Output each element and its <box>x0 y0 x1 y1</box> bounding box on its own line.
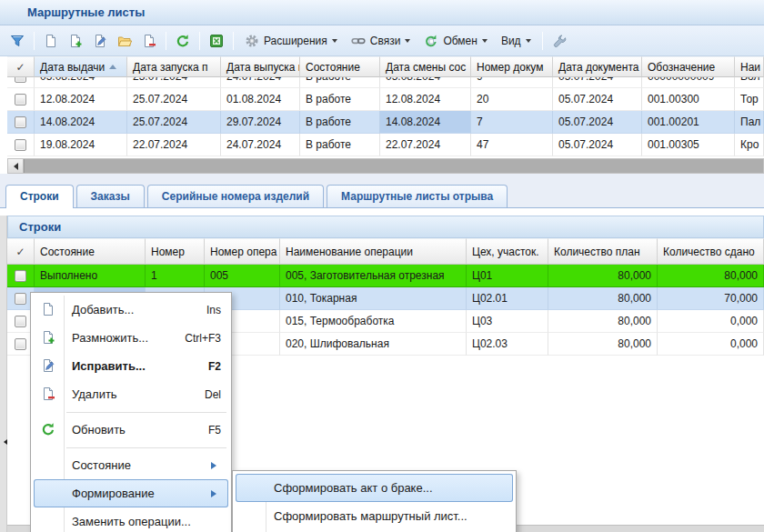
menu-item-edit[interactable]: Исправить...F2 <box>34 352 228 380</box>
menu-item-formation[interactable]: Формирование <box>34 479 228 507</box>
table-row[interactable]: 19.08.202422.07.202424.07.2024В работе22… <box>7 134 764 156</box>
menu-item-add[interactable]: Добавить...Ins <box>34 296 228 324</box>
top-grid-header: ✓Дата выдачиДата запуска пДата выпуска п… <box>7 56 764 77</box>
top-grid-column-header-6[interactable]: Номер докум <box>471 56 553 77</box>
top-grid-column-header-5[interactable]: Дата смены сос <box>380 56 471 77</box>
row-checkbox[interactable] <box>15 94 26 105</box>
tab-detachable-route-sheets[interactable]: Маршрутные листы отрыва <box>327 185 508 207</box>
menu-item-form-defect-act[interactable]: Сформировать акт о браке... <box>236 474 513 502</box>
table-cell: 0,000 <box>658 333 764 356</box>
top-grid-column-header-9[interactable]: Наи <box>735 56 764 77</box>
row-checkbox[interactable] <box>15 316 26 327</box>
table-cell: 80,000 <box>658 265 764 287</box>
bottom-grid-column-header-0[interactable]: ✓ <box>7 238 35 265</box>
tab-stroki[interactable]: Строки <box>5 185 74 208</box>
menu-item-replace-operations[interactable]: Заменить операции... <box>34 507 228 532</box>
refresh-button[interactable] <box>171 29 195 53</box>
table-cell: 25.07.2024 <box>127 111 221 134</box>
top-grid-column-header-3[interactable]: Дата выпуска п <box>221 56 300 77</box>
table-cell: 80,000 <box>548 265 658 287</box>
left-splitter[interactable] <box>0 216 7 532</box>
delete-button[interactable] <box>137 29 161 53</box>
top-grid-column-header-2[interactable]: Дата запуска п <box>127 56 221 77</box>
extensions-menu-button[interactable]: Расширения <box>238 29 344 53</box>
delete-doc-icon <box>41 386 55 401</box>
top-grid-column-header-4[interactable]: Состояние <box>300 56 380 77</box>
top-grid-column-label: Наи <box>740 61 760 74</box>
table-cell: 001.00300 <box>642 88 735 111</box>
exchange-icon <box>424 34 438 48</box>
bottom-grid-column-header-2[interactable]: Номер <box>146 238 205 265</box>
table-row[interactable]: 12.08.202425.07.202401.08.2024В работе12… <box>7 88 764 111</box>
main-toolbar: Расширения Связи Обмен Вид <box>0 25 764 56</box>
table-cell: 015, Термообработка <box>280 310 467 333</box>
row-checkbox[interactable] <box>15 139 26 151</box>
edit-button[interactable] <box>88 29 112 53</box>
table-cell: Ц03 <box>467 310 548 333</box>
table-cell: 05.07.2024 <box>553 134 642 156</box>
add-button[interactable] <box>39 29 63 53</box>
row-select-cell <box>7 111 35 134</box>
gear-icon <box>245 34 259 48</box>
bottom-grid-column-header-7[interactable]: Количество сдано <box>658 238 764 265</box>
row-checkbox[interactable] <box>15 116 26 128</box>
row-checkbox[interactable] <box>15 338 26 350</box>
top-grid-hscrollbar[interactable] <box>7 158 764 174</box>
top-grid-column-header-0[interactable]: ✓ <box>7 56 35 77</box>
section-header: Строки <box>7 216 764 238</box>
filter-button[interactable] <box>5 29 29 53</box>
row-checkbox[interactable] <box>15 270 26 282</box>
excel-export-button[interactable] <box>205 29 228 53</box>
duplicate-button[interactable] <box>64 29 87 53</box>
table-cell: 23.07.2024 <box>127 77 221 88</box>
links-menu-button[interactable]: Связи <box>345 29 417 53</box>
tab-serial-numbers[interactable]: Серийные номера изделий <box>147 185 324 207</box>
bottom-grid-column-header-4[interactable]: Наименование операции <box>280 238 467 265</box>
filter-icon <box>10 34 25 48</box>
edit-doc-icon <box>41 358 55 373</box>
row-checkbox[interactable] <box>15 293 26 305</box>
top-grid-column-header-7[interactable]: Дата документа <box>553 56 642 77</box>
bottom-grid-column-label: Количество сдано <box>663 246 755 258</box>
table-cell: 25.07.2024 <box>127 88 221 111</box>
table-cell: Вол <box>735 77 764 88</box>
menu-item-duplicate[interactable]: Размножить...Ctrl+F3 <box>34 324 228 352</box>
table-cell: 7 <box>471 111 553 134</box>
menu-item-delete[interactable]: УдалитьDel <box>34 380 228 408</box>
table-cell: 001.00201 <box>642 111 735 134</box>
menu-item-form-route-sheet[interactable]: Сформировать маршрутный лист... <box>236 502 513 530</box>
bottom-grid-column-header-5[interactable]: Цех, участок. <box>467 238 548 265</box>
top-grid-column-header-1[interactable]: Дата выдачи <box>35 56 127 77</box>
bottom-grid-header: ✓СостояниеНомерНомер операНаименование о… <box>7 238 764 265</box>
row-checkbox[interactable] <box>15 77 26 83</box>
table-row[interactable]: Выполнено1005005, Заготовительная отрезн… <box>7 265 764 287</box>
view-menu-button[interactable]: Вид <box>495 29 538 53</box>
bottom-grid-column-label: Номер <box>151 246 185 258</box>
toolbar-separator <box>542 32 543 50</box>
bottom-grid-column-label: Цех, участок. <box>472 246 539 258</box>
exchange-menu-button[interactable]: Обмен <box>417 29 494 53</box>
scrollbar-thumb[interactable] <box>24 159 763 173</box>
tab-zakazy[interactable]: Заказы <box>76 185 145 207</box>
menu-item-label: Формирование <box>72 487 155 500</box>
refresh-icon <box>41 422 55 437</box>
table-cell: Тор <box>735 88 764 111</box>
menu-item-label: Добавить... <box>72 303 134 316</box>
toolbar-separator <box>199 32 200 50</box>
table-cell: 05.07.2024 <box>553 77 642 88</box>
top-grid-column-header-8[interactable]: Обозначение <box>642 56 735 77</box>
bottom-grid-column-header-3[interactable]: Номер опера <box>205 238 280 265</box>
table-cell: 22.07.2024 <box>380 134 471 156</box>
scroll-left-button[interactable] <box>8 159 24 173</box>
menu-item-label: Исправить... <box>72 359 146 373</box>
menu-item-refresh[interactable]: ОбновитьF5 <box>34 416 228 444</box>
table-row[interactable]: 05.08.202423.07.202424.07.2024В работе05… <box>7 77 764 88</box>
bottom-grid-column-header-1[interactable]: Состояние <box>35 238 146 265</box>
open-button[interactable] <box>113 29 136 53</box>
bottom-grid-column-header-6[interactable]: Количество план <box>548 238 658 265</box>
settings-button[interactable] <box>548 29 571 53</box>
table-cell: В работе <box>300 88 380 111</box>
table-cell: 20 <box>471 88 553 111</box>
table-row[interactable]: 14.08.202425.07.202429.07.2024В работе14… <box>7 111 764 134</box>
menu-item-state[interactable]: Состояние <box>34 451 228 479</box>
